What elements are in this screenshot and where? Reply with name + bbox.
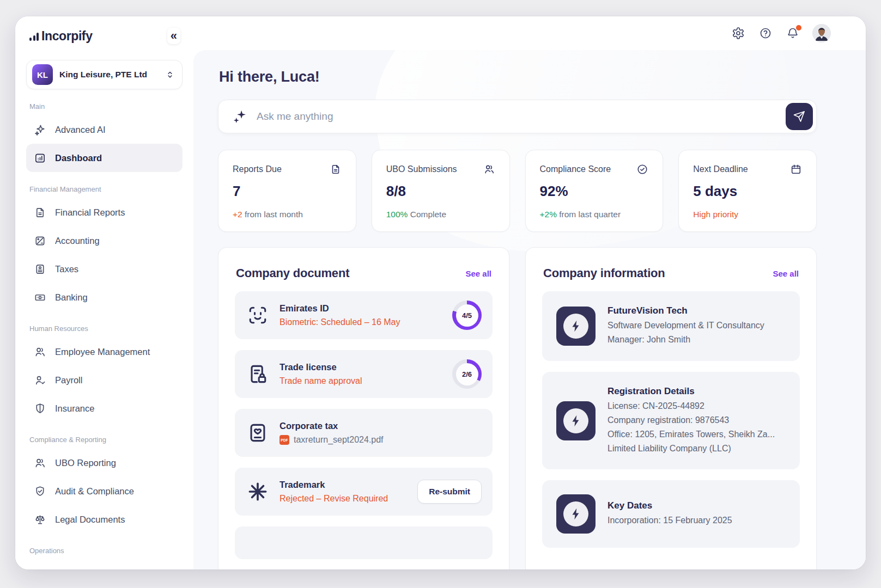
sidebar-collapse-button[interactable]: « xyxy=(167,28,180,44)
sidebar-item-legal-documents[interactable]: Legal Documents xyxy=(26,505,183,534)
stat-subtext: 100% Complete xyxy=(386,210,495,219)
id-card-icon xyxy=(34,568,46,570)
calendar-icon xyxy=(790,163,802,175)
info-row-registration[interactable]: Registration Details License: CN-2025-44… xyxy=(542,372,800,470)
stat-value: 7 xyxy=(233,183,342,200)
shield-check-icon xyxy=(34,485,46,498)
send-button[interactable] xyxy=(786,103,813,130)
help-icon xyxy=(759,27,772,40)
company-avatar: KL xyxy=(32,64,53,85)
stat-value: 8/8 xyxy=(386,183,495,200)
receipt-icon xyxy=(34,263,46,275)
sidebar-item-taxes[interactable]: Taxes xyxy=(26,255,183,283)
bolt-logo-icon xyxy=(556,494,596,534)
company-info-see-all-link[interactable]: See all xyxy=(773,269,799,278)
asterisk-icon xyxy=(246,480,270,504)
sidebar-item-financial-reports[interactable]: Financial Reports xyxy=(26,198,183,226)
document-row-trade-license[interactable]: Trade license Trade name approval 2/6 xyxy=(235,350,493,398)
stat-card-reports-due[interactable]: Reports Due 7 +2 from last month xyxy=(218,150,356,232)
sidebar-section-label: Human Resources xyxy=(29,324,179,335)
dashboard-icon xyxy=(34,152,46,164)
sidebar-item-accounting[interactable]: Accounting xyxy=(26,226,183,255)
document-row-trademark[interactable]: Trademark Rejected – Revise Required Re-… xyxy=(235,468,493,516)
bolt-logo-icon xyxy=(556,307,596,346)
sidebar: Incorpify « KL King Leisure, PTE Ltd Mai… xyxy=(15,16,193,569)
users-icon xyxy=(483,163,495,175)
notifications-button[interactable] xyxy=(785,26,800,41)
stat-subtext: +2% from last quarter xyxy=(540,210,649,219)
document-status: Trade name approval xyxy=(280,376,442,386)
sidebar-item-payroll[interactable]: Payroll xyxy=(26,366,183,394)
chevron-updown-icon xyxy=(165,69,175,80)
face-id-icon xyxy=(246,303,270,327)
document-row-partial xyxy=(235,526,493,559)
info-row-company[interactable]: FutureVision Tech Software Development &… xyxy=(542,291,800,361)
panels-row: Company document See all Emirates ID Bio… xyxy=(218,247,817,569)
resubmit-button[interactable]: Re-submit xyxy=(417,480,482,504)
stat-subtext: +2 from last month xyxy=(233,210,342,219)
stat-subtext: High priority xyxy=(693,210,802,219)
document-file: PDF taxreturn_sept2024.pdf xyxy=(280,435,482,445)
sidebar-item-advanced-ai[interactable]: Advanced AI xyxy=(26,115,183,144)
document-status: Rejected – Revise Required xyxy=(280,494,408,504)
doc-lock-icon xyxy=(246,362,270,386)
user-avatar[interactable] xyxy=(812,24,831,42)
send-icon xyxy=(793,110,806,123)
shield-icon xyxy=(34,402,46,415)
stat-card-compliance-score[interactable]: Compliance Score 92% +2% from last quart… xyxy=(525,150,664,232)
stat-card-next-deadline[interactable]: Next Deadline 5 days High priority xyxy=(678,150,817,232)
notification-badge xyxy=(796,25,801,30)
doc-heart-icon xyxy=(246,421,270,445)
banknote-icon xyxy=(34,291,46,304)
file-text-icon xyxy=(330,163,342,175)
file-text-icon xyxy=(34,206,46,219)
progress-ring: 4/5 xyxy=(452,301,482,330)
sidebar-item-ubo-reporting[interactable]: UBO Reporting xyxy=(26,449,183,477)
stat-value: 92% xyxy=(540,183,649,200)
info-row-key-dates[interactable]: Key Dates Incorporation: 15 February 202… xyxy=(542,480,800,548)
pdf-icon: PDF xyxy=(280,435,289,445)
sidebar-section-label: Main xyxy=(29,102,179,113)
progress-ring: 2/6 xyxy=(452,359,482,389)
document-row-emirates-id[interactable]: Emirates ID Biometric: Scheduled – 16 Ma… xyxy=(235,291,493,339)
app-name: Incorpify xyxy=(41,29,93,44)
settings-button[interactable] xyxy=(731,26,746,41)
sparkles-icon xyxy=(34,124,46,136)
logo-bars-icon xyxy=(29,33,39,44)
sidebar-item-dashboard[interactable]: Dashboard xyxy=(26,144,183,172)
sidebar-item-insurance[interactable]: Insurance xyxy=(26,394,183,422)
sidebar-nav: Main Advanced AI Dashboard Financial Man… xyxy=(26,102,183,569)
topbar xyxy=(193,16,866,50)
scales-icon xyxy=(34,513,46,526)
stat-value: 5 days xyxy=(693,183,802,200)
sidebar-section-label: Operations xyxy=(29,547,179,558)
help-button[interactable] xyxy=(758,26,773,41)
sidebar-item-banking[interactable]: Banking xyxy=(26,283,183,311)
app-logo: Incorpify xyxy=(29,29,93,44)
users-icon xyxy=(34,346,46,358)
app-window: Incorpify « KL King Leisure, PTE Ltd Mai… xyxy=(15,16,866,569)
sidebar-item-employee-management[interactable]: Employee Management xyxy=(26,338,183,366)
user-check-icon xyxy=(34,374,46,387)
document-status: Biometric: Scheduled – 16 May xyxy=(280,317,442,327)
sidebar-section-label: Financial Management xyxy=(29,185,179,196)
gear-icon xyxy=(732,27,745,40)
documents-see-all-link[interactable]: See all xyxy=(465,269,491,278)
ask-bar xyxy=(218,100,817,133)
bolt-logo-icon xyxy=(556,401,596,440)
company-document-panel: Company document See all Emirates ID Bio… xyxy=(218,247,509,569)
sparkles-icon xyxy=(232,108,248,125)
company-name: King Leisure, PTE Ltd xyxy=(59,70,158,79)
sidebar-section-label: Compliance & Reporting xyxy=(29,436,179,446)
check-circle-icon xyxy=(636,163,648,175)
panel-title: Company information xyxy=(543,266,665,280)
calculator-icon xyxy=(34,235,46,247)
sidebar-item-visa-management[interactable]: Visa Mangement xyxy=(26,560,183,569)
stat-card-ubo-submissions[interactable]: UBO Submissions 8/8 100% Complete xyxy=(372,150,510,232)
page-greeting: Hi there, Luca! xyxy=(219,69,817,85)
sidebar-item-audit-compliance[interactable]: Audit & Compliance xyxy=(26,477,183,505)
ask-input[interactable] xyxy=(257,111,786,122)
company-selector[interactable]: KL King Leisure, PTE Ltd xyxy=(26,60,183,89)
panel-title: Company document xyxy=(236,266,349,280)
document-row-corporate-tax[interactable]: Corporate tax PDF taxreturn_sept2024.pdf xyxy=(235,409,493,457)
